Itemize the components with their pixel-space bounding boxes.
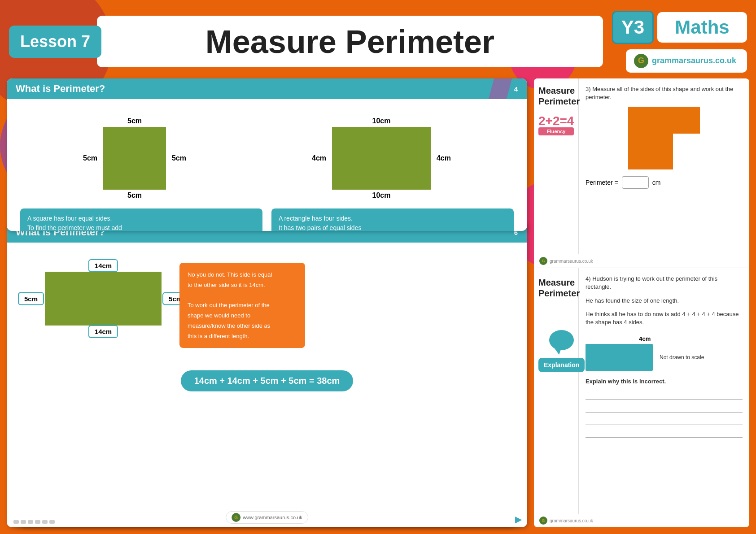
- explain-label: Explain why this is incorrect.: [586, 378, 743, 386]
- ws-label-line1-bottom: Measure: [538, 277, 580, 288]
- slide1-shapes-row: 5cm 5cm 5cm 5cm 10cm 4cm: [20, 117, 514, 200]
- ws-content-col-bottom: 4) Hudson is trying to work out the peri…: [579, 268, 749, 514]
- ws-footer-logo-top-icon: G: [539, 257, 547, 265]
- lesson-badge: Lesson 7: [9, 26, 101, 58]
- slide1-content: 5cm 5cm 5cm 5cm 10cm 4cm: [7, 99, 527, 231]
- main-content: What is Perimeter? 6 14cm 5cm: [7, 78, 749, 527]
- slide1-number: 4: [509, 82, 523, 96]
- slide1-title: What is Perimeter?: [16, 83, 105, 95]
- speech-bubble-tail: [555, 348, 561, 355]
- ws-measure-label-bottom: Measure Perimeter: [538, 277, 580, 299]
- worksheet-section-top: Measure Perimeter 2+2=4 Fluency 3) Measu…: [534, 78, 749, 254]
- ws-question-4c: He thinks all he has to do now is add 4 …: [586, 310, 743, 326]
- answer-lines: [586, 391, 743, 438]
- year-maths-row: Y3 Maths: [612, 11, 747, 44]
- slide1-square-right: 5cm: [172, 154, 186, 162]
- slide2-footer-logo-icon: G: [232, 513, 240, 522]
- slide1-square-text: A square has four equal sides. To find t…: [20, 208, 262, 231]
- ws-measure-label: Measure Perimeter: [538, 85, 580, 107]
- speech-bubble-icon: [549, 330, 574, 350]
- perimeter-label: Perimeter =: [586, 179, 618, 186]
- answer-line-3: [586, 416, 743, 425]
- slide2-label-bottom: 14cm: [88, 325, 118, 338]
- svg-marker-0: [628, 107, 700, 169]
- worksheet-section-bottom: Measure Perimeter Explanation 4) Hudson …: [534, 268, 749, 514]
- header: Lesson 7 Measure Perimeter Y3 Maths G gr…: [9, 9, 747, 74]
- right-badges: Y3 Maths G grammarsaurus.co.uk: [612, 11, 747, 73]
- slide1-square-left: 5cm: [83, 154, 97, 162]
- ws-question-4b: He has found the size of one length.: [586, 297, 743, 305]
- slide1-header: What is Perimeter? 4: [7, 78, 527, 99]
- maths-badge: Maths: [657, 12, 747, 43]
- slide1-card: What is Perimeter? 4 5cm 5cm 5cm 5cm: [7, 78, 527, 231]
- slide1-rect-with-labels: 4cm 4cm: [332, 127, 431, 190]
- answer-line-1: [586, 391, 743, 400]
- nav-dot-4: [35, 520, 40, 524]
- fluency-container: 2+2=4 Fluency: [538, 115, 574, 135]
- slide2-speech-text: No you do not. This side is equal to the…: [188, 271, 272, 339]
- slide2-nav-dots: [13, 520, 55, 524]
- ws-label-line2-bottom: Perimeter: [538, 288, 580, 299]
- slide2-label-top: 14cm: [88, 259, 118, 272]
- slide2-content: 14cm 5cm 5cm 14cm: [7, 243, 527, 398]
- ws-label-line1-top: Measure: [538, 85, 580, 96]
- slide2-shapes-row: 14cm 5cm 5cm 14cm: [18, 254, 516, 348]
- slide1-rectangle-container: 10cm 4cm 4cm 10cm: [332, 117, 431, 200]
- ws-question-4a: 4) Hudson is trying to work out the peri…: [586, 275, 743, 291]
- maths-label: Maths: [675, 17, 729, 38]
- slide2-speech-bubble: No you do not. This side is equal to the…: [179, 263, 305, 348]
- ws-rectangle-container: 4cm Not drawn to scale: [586, 335, 704, 371]
- slide2-footer-text: www.grammarsaurus.co.uk: [243, 515, 302, 520]
- slide2-next-arrow[interactable]: ▶: [515, 514, 522, 525]
- l-shape-svg: [628, 107, 700, 169]
- nav-dot-1: [13, 520, 19, 524]
- slide1-text-boxes: A square has four equal sides. To find t…: [20, 208, 514, 231]
- slide1-square-top: 5cm: [127, 117, 142, 125]
- title-box: Measure Perimeter: [97, 16, 603, 67]
- website-url: grammarsaurus.co.uk: [652, 56, 736, 65]
- slide1-rect-text: A rectangle has four sides. It has two p…: [271, 208, 514, 231]
- ws-label-col-bottom: Measure Perimeter Explanation: [534, 268, 579, 514]
- slide2-equation: 14cm + 14cm + 5cm + 5cm = 38cm: [181, 370, 354, 391]
- slide1-rect-top: 10cm: [372, 117, 391, 125]
- answer-line-4: [586, 429, 743, 438]
- ws-content-col-top: 3) Measure all of the sides of this shap…: [579, 78, 749, 254]
- explanation-container: Explanation: [538, 330, 585, 372]
- slide1-rect-bottom: 10cm: [372, 191, 391, 200]
- not-to-scale-label: Not drawn to scale: [660, 354, 704, 360]
- ws-rect-row: Not drawn to scale: [586, 344, 704, 371]
- year-badge: Y3: [612, 11, 654, 44]
- ws-label-line2-top: Perimeter: [538, 96, 580, 107]
- fluency-number: 2+2=4: [538, 115, 574, 127]
- year-label: Y3: [621, 17, 644, 38]
- perimeter-answer-box[interactable]: [622, 176, 649, 189]
- grammarsaurus-logo-icon: G: [634, 54, 648, 68]
- website-badge: G grammarsaurus.co.uk: [626, 49, 747, 73]
- slide1-square-bottom: 5cm: [127, 191, 142, 200]
- l-shape-container: [586, 107, 743, 169]
- slide1-square-with-labels: 5cm 5cm: [103, 127, 166, 190]
- ws-footer-text-top: grammarsaurus.co.uk: [550, 259, 593, 264]
- nav-dot-6: [49, 520, 55, 524]
- left-panel: What is Perimeter? 6 14cm 5cm: [7, 78, 527, 527]
- slide2-green-rectangle: [45, 272, 162, 326]
- page-title: Measure Perimeter: [205, 23, 494, 60]
- right-panel: Measure Perimeter 2+2=4 Fluency 3) Measu…: [534, 78, 749, 527]
- ws-footer-bottom: G grammarsaurus.co.uk: [534, 514, 749, 527]
- fluency-badge: Fluency: [538, 127, 574, 135]
- slide2-label-left: 5cm: [18, 292, 44, 305]
- ws-question-3: 3) Measure all of the sides of this shap…: [586, 85, 743, 101]
- unit-label: cm: [652, 179, 661, 186]
- slide1-rect-right: 4cm: [437, 154, 451, 162]
- ws-label-col-top: Measure Perimeter 2+2=4 Fluency: [534, 78, 579, 254]
- ws-teal-rectangle: [586, 344, 653, 371]
- slide-front: What is Perimeter? 6 14cm 5cm: [7, 222, 527, 527]
- slide1-green-rectangle: [332, 127, 431, 190]
- perimeter-answer-row: Perimeter = cm: [586, 176, 743, 189]
- slide1-green-square: [103, 127, 166, 190]
- slide2-shape-area: 14cm 5cm 5cm 14cm: [45, 272, 162, 326]
- nav-dot-3: [28, 520, 33, 524]
- lesson-label: Lesson 7: [20, 32, 90, 51]
- explanation-badge: Explanation: [538, 358, 585, 372]
- answer-line-2: [586, 404, 743, 412]
